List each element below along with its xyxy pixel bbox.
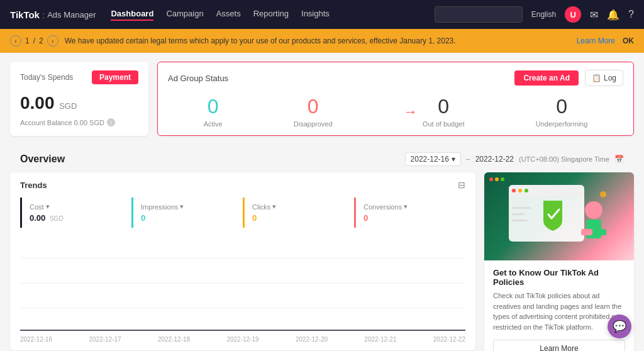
log-label: Log xyxy=(604,74,616,82)
metric-clicks-label: Clicks ▾ xyxy=(252,203,347,211)
nav-links: Dashboard Campaign Assets Reporting Insi… xyxy=(111,9,419,21)
date-to-value: 2022-12-22 xyxy=(475,155,514,164)
announcement-text: We have updated certain legal terms whic… xyxy=(65,36,570,45)
x-label-3: 2022-12-19 xyxy=(226,336,258,343)
nav-dashboard[interactable]: Dashboard xyxy=(111,9,153,21)
stat-disapproved: 0 Disapproved xyxy=(294,96,333,128)
metric-impressions: Impressions ▾ 0 xyxy=(131,198,243,228)
metric-clicks: Clicks ▾ 0 xyxy=(243,198,354,228)
announcement-bar: ‹ 1 / 2 › We have updated certain legal … xyxy=(0,29,644,53)
window-dots xyxy=(489,177,504,181)
dot-green xyxy=(501,177,504,181)
x-label-2: 2022-12-18 xyxy=(158,336,190,343)
adgroup-stats: 0 Active 0 Disapproved → 0 Out of budget… xyxy=(168,96,623,128)
main-content: Today's Spends Payment 0.00 SGD Account … xyxy=(0,53,644,351)
chevron-down-icon: ▾ xyxy=(452,155,455,164)
metric-cost-unit: SGD xyxy=(50,215,64,222)
svg-point-14 xyxy=(600,191,606,198)
stat-active: 0 Active xyxy=(204,96,223,128)
adgroup-title: Ad Group Status xyxy=(168,74,228,83)
trends-metrics: Cost ▾ 0.00 SGD Impressions ▾ xyxy=(20,198,465,228)
promo-illustration-svg xyxy=(496,176,622,257)
stat-out-of-budget-value: 0 xyxy=(423,96,465,116)
svg-rect-13 xyxy=(595,229,606,235)
prev-announcement-button[interactable]: ‹ xyxy=(10,35,21,47)
log-button[interactable]: 📋 Log xyxy=(585,70,623,86)
overview-left-panel: Trends ⊟ Cost ▾ 0.00 SGD xyxy=(10,172,475,351)
timezone-label: (UTC+08:00) Singapore Time xyxy=(519,155,609,163)
create-ad-button[interactable]: Create an Ad xyxy=(514,70,579,86)
trends-header: Trends ⊟ xyxy=(20,180,465,190)
nav-campaign[interactable]: Campaign xyxy=(166,9,203,21)
todays-spends-card: Today's Spends Payment 0.00 SGD Account … xyxy=(10,62,148,136)
nav-reporting[interactable]: Reporting xyxy=(253,9,289,21)
spends-amount-row: 0.00 SGD xyxy=(20,93,138,113)
stat-out-of-budget-label: Out of budget xyxy=(423,120,465,128)
out-of-budget-arrow-icon: → xyxy=(404,104,418,120)
stat-disapproved-value: 0 xyxy=(294,96,333,116)
top-navigation: TikTok: Ads Manager Dashboard Campaign A… xyxy=(0,0,644,29)
metric-cost-value-row: 0.00 SGD xyxy=(30,213,124,223)
svg-point-9 xyxy=(525,189,528,192)
language-selector[interactable]: English xyxy=(531,10,556,19)
overview-row: Trends ⊟ Cost ▾ 0.00 SGD xyxy=(10,172,634,351)
metric-impressions-value: 0 xyxy=(141,213,145,223)
learn-more-link[interactable]: Learn More xyxy=(577,36,615,45)
calendar-icon[interactable]: 📅 xyxy=(614,155,624,164)
metric-conversions: Conversions ▾ 0 xyxy=(354,198,465,228)
trend-chart xyxy=(20,233,465,333)
metric-impressions-value-row: 0 xyxy=(141,213,235,223)
stat-underperforming-label: Underperforming xyxy=(536,120,588,128)
help-icon[interactable]: ? xyxy=(628,9,634,20)
stat-disapproved-label: Disapproved xyxy=(294,120,333,128)
x-label-4: 2022-12-20 xyxy=(296,336,328,343)
export-icon[interactable]: ⊟ xyxy=(458,180,465,190)
info-icon[interactable]: i xyxy=(107,118,115,126)
spends-currency: SGD xyxy=(59,101,77,111)
x-label-6: 2022-12-22 xyxy=(433,336,465,343)
announcement-actions: Learn More OK xyxy=(577,36,634,45)
promo-learn-more-button[interactable]: Learn More xyxy=(493,340,625,351)
spends-balance: Account Balance 0.00 SGD i xyxy=(20,118,138,126)
chat-support-button[interactable]: 💬 xyxy=(608,315,631,338)
brand-logo: TikTok: Ads Manager xyxy=(10,9,96,20)
x-label-5: 2022-12-21 xyxy=(364,336,396,343)
date-separator: – xyxy=(466,155,470,164)
nav-assets[interactable]: Assets xyxy=(216,9,241,21)
overview-header: Overview 2022-12-16 ▾ – 2022-12-22 (UTC+… xyxy=(10,145,634,172)
date-from-picker[interactable]: 2022-12-16 ▾ xyxy=(405,152,461,166)
date-from-value: 2022-12-16 xyxy=(411,155,449,164)
metric-cost-label: Cost ▾ xyxy=(30,203,124,211)
stat-active-value: 0 xyxy=(204,96,223,116)
next-announcement-button[interactable]: › xyxy=(47,35,58,47)
promo-description: Check out TikTok policies about ad creat… xyxy=(493,291,625,332)
overview-title: Overview xyxy=(20,153,65,165)
date-range: 2022-12-16 ▾ – 2022-12-22 (UTC+08:00) Si… xyxy=(405,152,624,166)
announcement-page-current: 1 xyxy=(25,36,30,45)
svg-point-8 xyxy=(518,189,522,192)
search-input[interactable] xyxy=(435,6,523,23)
spends-header: Today's Spends Payment xyxy=(20,70,138,84)
spends-amount: 0.00 xyxy=(20,93,55,113)
nav-right-section: English U ✉ 🔔 ? xyxy=(435,6,634,23)
promo-image xyxy=(484,172,634,260)
trends-card: Trends ⊟ Cost ▾ 0.00 SGD xyxy=(10,172,475,350)
payment-button[interactable]: Payment xyxy=(92,70,138,84)
stat-active-label: Active xyxy=(204,120,223,128)
metric-conversions-label: Conversions ▾ xyxy=(364,203,458,211)
user-avatar[interactable]: U xyxy=(565,6,581,23)
ok-button[interactable]: OK xyxy=(623,36,634,45)
log-icon: 📋 xyxy=(592,74,601,82)
mail-icon[interactable]: ✉ xyxy=(590,9,598,21)
brand-tiktok: TikTok xyxy=(10,9,40,20)
metric-clicks-value: 0 xyxy=(252,213,257,223)
metric-conversions-value-row: 0 xyxy=(364,213,458,223)
announcement-nav: ‹ 1 / 2 › xyxy=(10,35,58,47)
nav-insights[interactable]: Insights xyxy=(301,9,330,21)
ad-group-status-card: Ad Group Status Create an Ad 📋 Log 0 Act… xyxy=(157,62,634,136)
bell-icon[interactable]: 🔔 xyxy=(607,9,619,21)
svg-rect-16 xyxy=(512,213,525,215)
x-label-0: 2022-12-16 xyxy=(20,336,52,343)
trends-title: Trends xyxy=(20,181,47,190)
dot-yellow xyxy=(495,177,499,181)
